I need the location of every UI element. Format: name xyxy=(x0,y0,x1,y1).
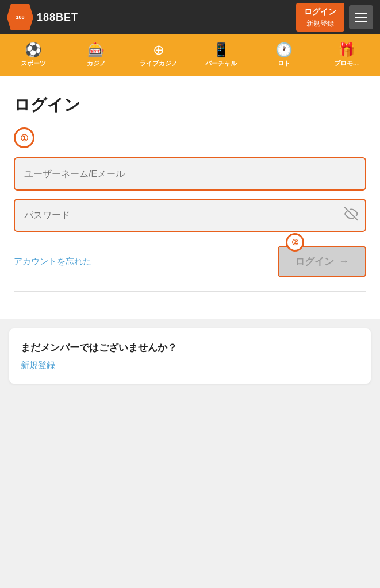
nav-item-promo[interactable]: 🎁 プロモ… xyxy=(315,38,378,72)
password-visibility-toggle[interactable] xyxy=(344,207,358,224)
sports-icon: ⚽ xyxy=(25,43,42,57)
casino-label: カジノ xyxy=(87,59,106,68)
page-title: ログイン xyxy=(14,94,366,116)
username-input[interactable] xyxy=(14,157,366,191)
live-casino-label: ライブカジノ xyxy=(140,59,178,68)
promo-icon: 🎁 xyxy=(338,43,355,57)
header-right: ログイン 新規登録 xyxy=(296,3,373,32)
btn-divider xyxy=(304,18,336,18)
bottom-row: アカウントを忘れた ② ログイン → xyxy=(14,246,366,277)
section-divider xyxy=(14,291,366,292)
menu-icon-line1 xyxy=(355,13,367,14)
sports-label: スポーツ xyxy=(21,59,46,68)
casino-icon: 🎰 xyxy=(87,43,105,57)
forgot-account-link[interactable]: アカウントを忘れた xyxy=(14,256,91,267)
password-wrapper xyxy=(14,199,366,232)
logo-badge: 188 xyxy=(7,4,33,30)
nav-item-sports[interactable]: ⚽ スポーツ xyxy=(2,38,65,72)
password-input[interactable] xyxy=(14,199,366,232)
loto-label: ロト xyxy=(278,59,290,68)
main-content: ログイン ① アカウントを忘れた ② ログイン → xyxy=(0,76,380,319)
nav-item-virtual[interactable]: 📱 バーチャル xyxy=(190,38,252,72)
menu-icon-line3 xyxy=(355,21,367,22)
virtual-icon: 📱 xyxy=(213,43,230,57)
header: 188 188BET ログイン 新規登録 xyxy=(0,0,380,34)
register-link[interactable]: 新規登録 xyxy=(21,360,55,370)
menu-button[interactable] xyxy=(349,5,373,29)
nav-item-loto[interactable]: 🕐 ロト xyxy=(252,38,315,72)
register-label: 新規登録 xyxy=(304,20,336,29)
live-casino-icon: ⊕ xyxy=(153,43,164,57)
virtual-label: バーチャル xyxy=(205,59,237,68)
login-arrow: → xyxy=(339,256,349,268)
loto-icon: 🕐 xyxy=(275,43,293,57)
login-button-label: ログイン xyxy=(295,255,334,268)
step-btn-wrap: ② ログイン → xyxy=(278,246,366,277)
logo-container: 188 188BET xyxy=(7,4,78,30)
logo-text: 188BET xyxy=(37,11,78,24)
nav-item-casino[interactable]: 🎰 カジノ xyxy=(65,38,128,72)
step-2-badge: ② xyxy=(286,233,304,252)
logo-badge-text: 188 xyxy=(16,14,24,20)
nav-item-live-casino[interactable]: ⊕ ライブカジノ xyxy=(128,38,190,72)
promo-label: プロモ… xyxy=(334,59,359,68)
login-label: ログイン xyxy=(304,6,336,17)
nav-bar: ⚽ スポーツ 🎰 カジノ ⊕ ライブカジノ 📱 バーチャル 🕐 ロト 🎁 プロモ… xyxy=(0,34,380,76)
register-section: まだメンバーではございませんか？ 新規登録 xyxy=(0,328,380,416)
login-register-button[interactable]: ログイン 新規登録 xyxy=(296,3,344,32)
register-card: まだメンバーではございませんか？ 新規登録 xyxy=(9,328,371,384)
menu-icon-line2 xyxy=(355,17,367,18)
register-card-title: まだメンバーではございませんか？ xyxy=(21,341,359,354)
step-1-badge: ① xyxy=(14,127,34,148)
